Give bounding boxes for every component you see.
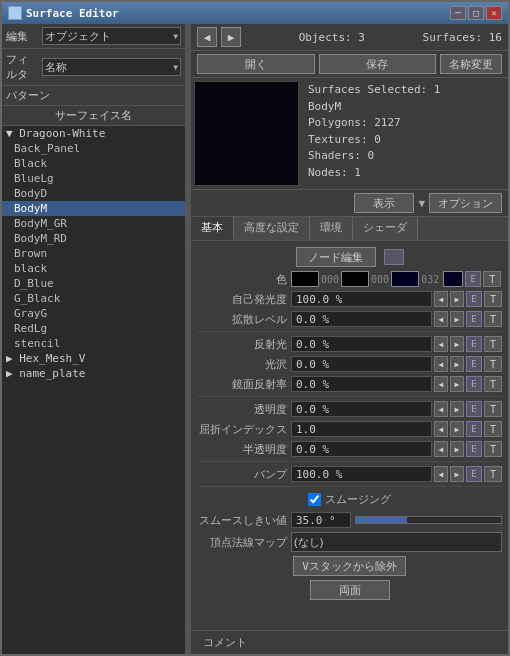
tree-group-nameplate[interactable]: ▶ name_plate: [2, 366, 185, 381]
list-item[interactable]: BodyM_GR: [2, 216, 185, 231]
translu-t-button[interactable]: T: [484, 441, 502, 457]
tab-advanced[interactable]: 高度な設定: [234, 217, 310, 240]
close-button[interactable]: ✕: [486, 6, 502, 20]
smooth-thresh-row: スムースしきい値 35.0 °: [191, 510, 508, 530]
translu-e-button[interactable]: E: [466, 441, 482, 457]
surface-tree[interactable]: ▼ Dragoon-White Back_Panel Black BlueLg …: [2, 126, 185, 654]
smooth-thresh-label: スムースしきい値: [197, 513, 287, 528]
refl-t-button[interactable]: T: [484, 336, 502, 352]
list-item[interactable]: black: [2, 261, 185, 276]
both-sides-button[interactable]: 両面: [310, 580, 390, 600]
color-swatch-g[interactable]: [341, 271, 369, 287]
gloss-t-button[interactable]: T: [484, 356, 502, 372]
refr-index-left-arrow[interactable]: ◀: [434, 421, 448, 437]
divider1: [197, 331, 502, 332]
self-lum-right-arrow[interactable]: ▶: [450, 291, 464, 307]
tab-shader[interactable]: シェーダ: [353, 217, 418, 240]
normal-map-dropdown[interactable]: (なし): [291, 532, 502, 552]
list-item[interactable]: Black: [2, 156, 185, 171]
tab-basic[interactable]: 基本: [191, 217, 234, 240]
translu-row: 半透明度 0.0 % ◀ ▶ E T: [191, 439, 508, 459]
rename-button[interactable]: 名称変更: [440, 54, 502, 74]
trans-left-arrow[interactable]: ◀: [434, 401, 448, 417]
gloss-e-button[interactable]: E: [466, 356, 482, 372]
self-lum-left-arrow[interactable]: ◀: [434, 291, 448, 307]
list-item[interactable]: RedLg: [2, 321, 185, 336]
diffuse-level-left-arrow[interactable]: ◀: [434, 311, 448, 327]
list-item[interactable]: D_Blue: [2, 276, 185, 291]
title-bar: Surface Editor ─ □ ✕: [2, 2, 508, 24]
refl-e-button[interactable]: E: [466, 336, 482, 352]
tree-group-dragoon[interactable]: ▼ Dragoon-White: [2, 126, 185, 141]
list-item[interactable]: GrayG: [2, 306, 185, 321]
display-button[interactable]: 表示: [354, 193, 414, 213]
next-button[interactable]: ▶: [221, 27, 241, 47]
save-button[interactable]: 保存: [319, 54, 437, 74]
refl-right-arrow[interactable]: ▶: [450, 336, 464, 352]
color-preview[interactable]: [443, 271, 463, 287]
list-item[interactable]: BlueLg: [2, 171, 185, 186]
trans-t-button[interactable]: T: [484, 401, 502, 417]
translu-right-arrow[interactable]: ▶: [450, 441, 464, 457]
smoothing-checkbox[interactable]: [308, 493, 321, 506]
spec-refl-value[interactable]: 0.0 %: [291, 376, 432, 392]
refr-index-value[interactable]: 1.0: [291, 421, 432, 437]
spec-refl-t-button[interactable]: T: [484, 376, 502, 392]
color-swatch-r[interactable]: [291, 271, 319, 287]
open-button[interactable]: 開く: [197, 54, 315, 74]
minimize-button[interactable]: ─: [450, 6, 466, 20]
diffuse-level-e-button[interactable]: E: [466, 311, 482, 327]
refr-index-right-arrow[interactable]: ▶: [450, 421, 464, 437]
self-lum-e-button[interactable]: E: [466, 291, 482, 307]
gloss-left-arrow[interactable]: ◀: [434, 356, 448, 372]
bump-left-arrow[interactable]: ◀: [434, 466, 448, 482]
trans-e-button[interactable]: E: [466, 401, 482, 417]
vstack-button[interactable]: Vスタックから除外: [293, 556, 406, 576]
filter-dropdown[interactable]: 名称: [42, 58, 181, 76]
color-e-button[interactable]: E: [465, 271, 481, 287]
self-lum-value[interactable]: 100.0 %: [291, 291, 432, 307]
list-item[interactable]: stencil: [2, 336, 185, 351]
self-lum-t-button[interactable]: T: [484, 291, 502, 307]
refr-index-e-button[interactable]: E: [466, 421, 482, 437]
color-swatch-b[interactable]: [391, 271, 419, 287]
list-item[interactable]: BodyD: [2, 186, 185, 201]
objects-count: Objects: 3: [249, 31, 415, 44]
tab-environment[interactable]: 環境: [310, 217, 353, 240]
trans-right-arrow[interactable]: ▶: [450, 401, 464, 417]
bump-right-arrow[interactable]: ▶: [450, 466, 464, 482]
options-button[interactable]: オプション: [429, 193, 502, 213]
translu-left-arrow[interactable]: ◀: [434, 441, 448, 457]
list-item[interactable]: G_Black: [2, 291, 185, 306]
spec-refl-e-button[interactable]: E: [466, 376, 482, 392]
bump-e-button[interactable]: E: [466, 466, 482, 482]
object-dropdown[interactable]: オブジェクト: [42, 27, 181, 45]
tree-group-hex[interactable]: ▶ Hex_Mesh_V: [2, 351, 185, 366]
spec-refl-right-arrow[interactable]: ▶: [450, 376, 464, 392]
prev-button[interactable]: ◀: [197, 27, 217, 47]
display-arrow[interactable]: ▼: [418, 197, 425, 210]
refl-left-arrow[interactable]: ◀: [434, 336, 448, 352]
node-edit-extra[interactable]: [384, 249, 404, 265]
gloss-right-arrow[interactable]: ▶: [450, 356, 464, 372]
smooth-thresh-slider[interactable]: [355, 516, 502, 524]
refl-value[interactable]: 0.0 %: [291, 336, 432, 352]
refr-index-t-button[interactable]: T: [484, 421, 502, 437]
bump-value[interactable]: 100.0 %: [291, 466, 432, 482]
diffuse-level-value[interactable]: 0.0 %: [291, 311, 432, 327]
trans-value[interactable]: 0.0 %: [291, 401, 432, 417]
diffuse-level-right-arrow[interactable]: ▶: [450, 311, 464, 327]
smooth-thresh-value[interactable]: 35.0 °: [291, 512, 351, 528]
bump-t-button[interactable]: T: [484, 466, 502, 482]
translu-value[interactable]: 0.0 %: [291, 441, 432, 457]
spec-refl-left-arrow[interactable]: ◀: [434, 376, 448, 392]
list-item-bodym[interactable]: BodyM: [2, 201, 185, 216]
list-item[interactable]: Brown: [2, 246, 185, 261]
maximize-button[interactable]: □: [468, 6, 484, 20]
gloss-value[interactable]: 0.0 %: [291, 356, 432, 372]
diffuse-level-t-button[interactable]: T: [484, 311, 502, 327]
node-edit-button[interactable]: ノード編集: [296, 247, 376, 267]
color-t-button[interactable]: T: [483, 271, 501, 287]
list-item[interactable]: BodyM_RD: [2, 231, 185, 246]
list-item[interactable]: Back_Panel: [2, 141, 185, 156]
